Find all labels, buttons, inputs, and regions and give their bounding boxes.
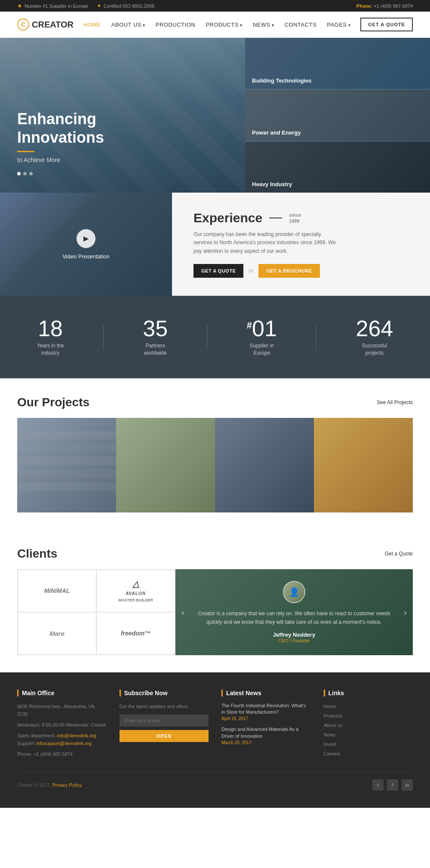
nav-products[interactable]: PRODUCTS (206, 21, 243, 28)
svg-rect-0 (17, 431, 116, 439)
experience-description: Our company has been the leading provide… (194, 230, 340, 255)
hero-dots (17, 172, 104, 175)
stat-years: 18 Years in theindustry (37, 317, 64, 357)
footer-grid: Main Office 6836 Richmond hwy., Alexandr… (17, 690, 413, 759)
iso-icon: ✦ (97, 3, 101, 9)
hero-card-industry[interactable]: Heavy Industry (245, 141, 430, 193)
nav-contacts[interactable]: CONTACTS (285, 21, 317, 28)
footer-sales-email: Sales department: info@demolink.org (17, 732, 107, 740)
projects-header: Our Projects See All Projects (17, 396, 413, 409)
footer-link-products: Products (324, 712, 413, 719)
social-twitter[interactable]: t (372, 779, 384, 791)
clients-header: Clients Get a Quote (17, 547, 413, 561)
project-item-3[interactable] (215, 418, 314, 512)
see-all-projects-link[interactable]: See All Projects (377, 399, 413, 405)
footer-link-home: Home (324, 702, 413, 709)
footer-phone: Phone: +1 (409) 987-5874 (17, 750, 107, 758)
subscribe-email-input[interactable] (120, 715, 209, 727)
footer: Main Office 6836 Richmond hwy., Alexandr… (0, 672, 430, 808)
clients-title: Clients (17, 547, 57, 561)
nav-pages[interactable]: PAGES (327, 21, 350, 28)
get-quote-exp-button[interactable]: GET A QUOTE (194, 264, 243, 278)
nav-about[interactable]: ABOUT US (111, 21, 145, 28)
hero-section: Enhancing Innovations to Achieve More Bu… (0, 38, 430, 193)
project-bg-2 (116, 418, 215, 512)
clients-grid: MiNiMAL △ AVALON MASTER BUILDER Mare fre… (17, 569, 413, 655)
nav-news[interactable]: NEWS (253, 21, 274, 28)
stat-supplier-label: Supplier inEurope (247, 342, 277, 357)
footer-link-careers: Careers (324, 750, 413, 757)
get-quote-button[interactable]: GET A QUOTE (360, 18, 413, 31)
top-bar-left: ★ Number #1 Supplier in Europe ✦ Certifi… (17, 3, 154, 9)
footer-news-item-1: The Fourth Industrial Revolution: What's… (221, 702, 311, 721)
footer-news-date-1: April 19, 2017 (221, 716, 311, 721)
client-logo-mare: Mare (18, 612, 96, 655)
experience-inner: Experience since 1999 Our company has be… (194, 211, 340, 278)
stat-divider-2 (207, 324, 207, 350)
video-label: Video Presentation (62, 253, 110, 260)
hero-subtitle: to Achieve More (17, 156, 104, 163)
footer-link-news: News (324, 731, 413, 738)
footer-office-title: Main Office (17, 690, 107, 696)
nav-home[interactable]: HOME (83, 21, 101, 28)
iso-badge: ✦ Certified ISO 9001:2008 (97, 3, 154, 9)
hero-card-building[interactable]: Building Technologies (245, 38, 430, 89)
footer-office-hours: Weekdays: 8:00-20:00 Weekends: Closed (17, 721, 107, 729)
supplier-icon: ★ (17, 3, 22, 9)
testimonial-avatar: 👤 (283, 581, 305, 603)
footer-subscribe-desc: Get the latest updates and offers (120, 702, 209, 711)
project-item-2[interactable] (116, 418, 215, 512)
hero-card-power[interactable]: Power and Energy (245, 89, 430, 141)
footer-news-date-2: March 20, 2017 (221, 740, 311, 745)
footer-news-title-1: The Fourth Industrial Revolution: What's… (221, 702, 311, 716)
play-button[interactable]: ▶ (77, 229, 95, 248)
project-item-4[interactable] (314, 418, 413, 512)
video-experience-section: ▶ Video Presentation Experience since 19… (0, 193, 430, 296)
projects-grid (17, 418, 413, 512)
experience-title: Experience since 1999 (194, 211, 340, 225)
hero-dot-2[interactable] (23, 172, 27, 175)
svg-rect-4 (17, 482, 116, 491)
clients-section: Clients Get a Quote MiNiMAL △ AVALON MAS… (0, 530, 430, 672)
testimonial-content: 👤 Creator is a company that we can rely … (197, 581, 391, 644)
stat-divider-1 (103, 324, 104, 350)
nav-links: HOME ABOUT US PRODUCTION PRODUCTS NEWS C… (83, 21, 351, 28)
hero-card-label-2: Power and Energy (252, 129, 301, 136)
project-item-1[interactable] (17, 418, 116, 512)
clients-get-quote-link[interactable]: Get a Quote (385, 551, 413, 557)
footer-copyright: Creator © 2017. Privacy Policy (17, 782, 82, 788)
project-bg-4 (314, 418, 413, 512)
experience-since: since 1999 (289, 212, 301, 224)
privacy-policy-link[interactable]: Privacy Policy (52, 782, 82, 788)
top-bar-right: Phone: +1 (409) 987-5874 (356, 3, 413, 9)
footer-col-news: Latest News The Fourth Industrial Revolu… (221, 690, 311, 759)
top-bar: ★ Number #1 Supplier in Europe ✦ Certifi… (0, 0, 430, 12)
footer-link-about: About us (324, 721, 413, 728)
footer-links-title: Links (324, 690, 413, 696)
projects-title: Our Projects (17, 396, 89, 409)
projects-section: Our Projects See All Projects (0, 378, 430, 530)
social-linkedin[interactable]: in (402, 779, 413, 791)
hero-title: Enhancing Innovations (17, 110, 104, 147)
hero-accent-line (17, 151, 34, 152)
social-facebook[interactable]: f (387, 779, 398, 791)
footer-news-title: Latest News (221, 690, 311, 696)
navbar: C CREATOR HOME ABOUT US PRODUCTION PRODU… (0, 12, 430, 38)
footer-support-email: Support: infosupport@demolink.org (17, 739, 107, 748)
logo[interactable]: C CREATOR (17, 18, 74, 31)
footer-col-links: Links Home Products About us News Invest… (324, 690, 413, 759)
hero-card-label-1: Building Technologies (252, 77, 311, 84)
project-bg-1 (17, 418, 116, 512)
stat-years-label: Years in theindustry (37, 342, 64, 357)
subscribe-button[interactable]: OPEN (120, 730, 209, 742)
hero-dot-3[interactable] (29, 172, 33, 175)
stat-projects-number: 264 (356, 317, 393, 340)
testimonial-prev-button[interactable]: ‹ (181, 607, 184, 617)
testimonial-text: Creator is a company that we can rely on… (197, 609, 391, 627)
get-brochure-button[interactable]: GET A BROCHURE (258, 264, 319, 278)
testimonial-next-button[interactable]: › (404, 607, 407, 617)
nav-production[interactable]: PRODUCTION (156, 21, 195, 28)
hero-dot-1[interactable] (17, 172, 21, 175)
client-logo-avalon: △ AVALON MASTER BUILDER (96, 570, 175, 612)
stat-projects-label: Successfulprojects (356, 342, 393, 357)
